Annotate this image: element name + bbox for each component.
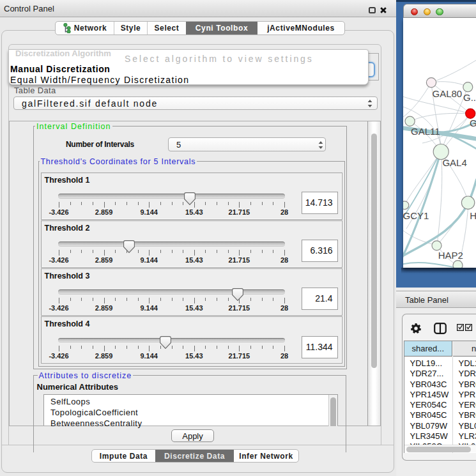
svg-text:G..: G.. (463, 92, 476, 103)
svg-text:GAL11: GAL11 (411, 126, 440, 137)
svg-text:H: H (470, 210, 476, 221)
svg-text:HAP2: HAP2 (438, 250, 463, 261)
svg-text:GCY1: GCY1 (403, 210, 429, 221)
svg-text:G: G (470, 118, 476, 128)
svg-text:GAL80: GAL80 (433, 88, 463, 99)
svg-text:GAL4: GAL4 (442, 157, 466, 168)
